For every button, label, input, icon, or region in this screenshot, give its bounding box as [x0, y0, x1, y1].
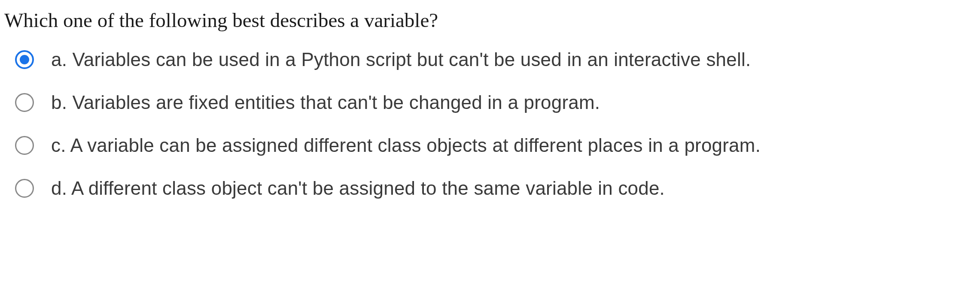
radio-b[interactable]	[15, 93, 34, 112]
radio-d[interactable]	[15, 179, 34, 198]
option-c[interactable]: c. A variable can be assigned different …	[15, 135, 976, 156]
radio-c[interactable]	[15, 136, 34, 155]
option-d[interactable]: d. A different class object can't be ass…	[15, 178, 976, 199]
radio-a[interactable]	[15, 50, 34, 69]
option-a[interactable]: a. Variables can be used in a Python scr…	[15, 49, 976, 70]
option-b[interactable]: b. Variables are fixed entities that can…	[15, 92, 976, 113]
options-list: a. Variables can be used in a Python scr…	[4, 49, 976, 199]
option-b-label: b. Variables are fixed entities that can…	[51, 92, 600, 113]
question-text: Which one of the following best describe…	[4, 9, 976, 32]
option-a-label: a. Variables can be used in a Python scr…	[51, 49, 751, 70]
option-d-label: d. A different class object can't be ass…	[51, 178, 665, 199]
option-c-label: c. A variable can be assigned different …	[51, 135, 761, 156]
